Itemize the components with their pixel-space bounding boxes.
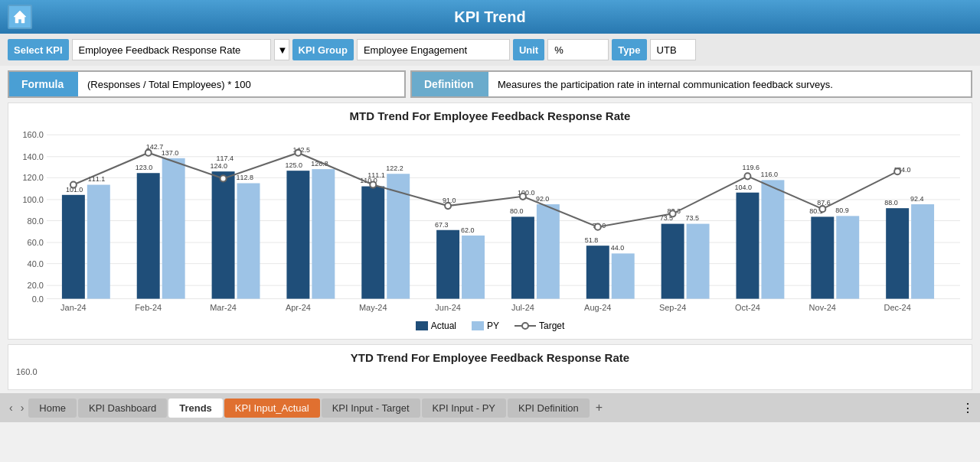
svg-text:111.1: 111.1: [368, 171, 384, 179]
home-icon[interactable]: [8, 5, 32, 29]
ytd-chart-container: YTD Trend For Employee Feedback Response…: [8, 344, 972, 390]
svg-text:88.0: 88.0: [884, 199, 897, 207]
svg-point-55: [145, 150, 152, 156]
bar-py-nov: [836, 216, 859, 298]
tab-kpi-definition[interactable]: KPI Definition: [508, 399, 590, 418]
svg-text:122.2: 122.2: [386, 164, 403, 172]
select-kpi-label: Select KPI: [8, 39, 69, 60]
bar-py-mar: [237, 184, 260, 299]
next-tab-arrow[interactable]: ›: [18, 400, 28, 415]
legend-py: PY: [472, 320, 499, 331]
svg-text:May-24: May-24: [359, 303, 387, 312]
legend-actual-label: Actual: [431, 320, 456, 331]
tab-kpi-input-target[interactable]: KPI Input - Target: [322, 399, 420, 418]
svg-text:80.0: 80.0: [28, 216, 44, 225]
bar-actual-jul: [511, 216, 534, 298]
svg-point-62: [670, 210, 676, 216]
kpi-value[interactable]: Employee Feedback Response Rate: [72, 39, 271, 60]
kpi-dropdown[interactable]: ▼: [274, 39, 289, 60]
svg-text:0.0: 0.0: [32, 294, 44, 304]
bar-actual-oct: [736, 193, 759, 299]
svg-text:44.0: 44.0: [611, 244, 624, 252]
tab-end-menu[interactable]: ⋮: [962, 401, 974, 415]
svg-point-57: [295, 150, 301, 156]
page-header: KPI Trend: [0, 0, 980, 34]
svg-text:Jun-24: Jun-24: [435, 303, 461, 312]
bar-py-oct: [761, 180, 784, 298]
chart-legend: Actual PY Target: [16, 320, 964, 331]
formula-content: (Responses / Total Employees) * 100: [78, 72, 404, 96]
svg-point-54: [70, 181, 77, 187]
svg-text:92.0: 92.0: [536, 195, 549, 203]
svg-text:73.5: 73.5: [686, 214, 699, 222]
bar-py-jun: [462, 236, 485, 299]
tab-trends[interactable]: Trends: [168, 399, 223, 418]
controls-row: Select KPI Employee Feedback Response Ra…: [0, 34, 980, 66]
tab-home[interactable]: Home: [28, 399, 77, 418]
bar-actual-mar: [212, 171, 235, 298]
definition-content: Measures the participation rate in inter…: [488, 72, 971, 96]
formula-definition-row: Formula (Responses / Total Employees) * …: [8, 70, 972, 98]
svg-point-61: [595, 224, 601, 230]
tab-kpi-dashboard[interactable]: KPI Dashboard: [78, 399, 167, 418]
svg-text:123.0: 123.0: [136, 164, 152, 171]
svg-text:Jan-24: Jan-24: [60, 303, 87, 312]
ytd-yaxis-label: 160.0: [16, 367, 964, 376]
bar-py-jan: [87, 185, 110, 299]
svg-point-79: [522, 323, 528, 329]
svg-text:40.0: 40.0: [28, 259, 44, 268]
svg-text:126.8: 126.8: [311, 160, 328, 168]
svg-text:116.0: 116.0: [760, 171, 777, 178]
svg-text:160.0: 160.0: [22, 130, 43, 139]
definition-box: Definition Measures the participation ra…: [410, 70, 972, 98]
add-tab-button[interactable]: +: [591, 399, 607, 416]
svg-text:Dec-24: Dec-24: [884, 303, 910, 312]
svg-point-65: [894, 168, 900, 174]
bar-actual-dec: [886, 208, 909, 298]
legend-actual-color: [416, 321, 428, 330]
unit-label: Unit: [513, 39, 544, 60]
svg-text:62.0: 62.0: [461, 226, 474, 234]
legend-target: Target: [514, 320, 564, 331]
bottom-tabs: ‹ › Home KPI Dashboard Trends KPI Input_…: [0, 393, 980, 422]
svg-marker-0: [14, 11, 26, 23]
svg-text:67.3: 67.3: [435, 221, 448, 229]
legend-actual: Actual: [416, 320, 456, 331]
formula-tab: Formula: [9, 72, 78, 96]
formula-box: Formula (Responses / Total Employees) * …: [8, 70, 406, 98]
prev-tab-arrow[interactable]: ‹: [6, 400, 16, 415]
svg-text:Mar-24: Mar-24: [210, 303, 237, 312]
bar-actual-may: [361, 187, 384, 299]
svg-text:137.0: 137.0: [162, 149, 178, 157]
kpi-group-label: KPI Group: [292, 39, 354, 60]
svg-text:80.9: 80.9: [835, 207, 848, 214]
svg-point-56: [220, 175, 227, 181]
svg-point-58: [370, 181, 376, 187]
svg-text:140.0: 140.0: [22, 152, 43, 161]
svg-text:Aug-24: Aug-24: [584, 303, 611, 312]
svg-text:60.0: 60.0: [28, 238, 44, 247]
mtd-chart-svg: 160.0 140.0 120.0 100.0 80.0 60.0 40.0 2…: [16, 127, 964, 314]
bar-actual-sep: [662, 224, 684, 299]
tab-kpi-input-actual[interactable]: KPI Input_Actual: [224, 399, 320, 418]
mtd-chart-title: MTD Trend For Employee Feedback Response…: [16, 109, 964, 122]
legend-py-label: PY: [487, 320, 499, 331]
bar-py-apr: [312, 169, 335, 298]
bar-actual-feb: [137, 173, 160, 298]
bar-py-sep: [687, 224, 710, 299]
bar-actual-aug: [586, 246, 609, 298]
svg-text:120.0: 120.0: [22, 173, 43, 182]
tab-kpi-input-py[interactable]: KPI Input - PY: [422, 399, 506, 418]
bar-py-dec: [911, 204, 934, 299]
svg-text:92.4: 92.4: [910, 195, 923, 203]
ytd-chart-title: YTD Trend For Employee Feedback Response…: [16, 351, 964, 364]
legend-py-color: [472, 321, 484, 330]
svg-point-64: [819, 206, 825, 212]
svg-point-63: [744, 173, 750, 179]
svg-text:125.0: 125.0: [285, 161, 302, 169]
svg-text:117.4: 117.4: [217, 155, 234, 162]
svg-text:100.0: 100.0: [22, 195, 43, 204]
svg-text:104.0: 104.0: [734, 184, 751, 191]
svg-text:Oct-24: Oct-24: [735, 303, 760, 312]
svg-point-60: [520, 194, 526, 200]
